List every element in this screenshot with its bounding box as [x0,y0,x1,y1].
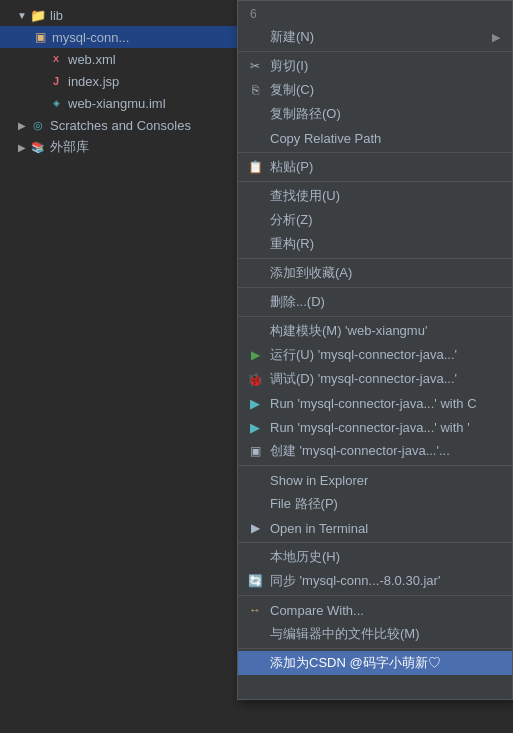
create-icon: ▣ [246,442,264,460]
java-file-icon: ▣ [32,29,48,45]
tree-item-label: mysql-conn... [52,30,129,45]
separator [238,51,512,52]
menu-item-copy-relative[interactable]: Copy Relative Path [238,126,512,150]
tree-item-label: 外部库 [50,138,89,156]
run-icon: ▶ [246,346,264,364]
menu-item-local-history[interactable]: 本地历史(H) [238,545,512,569]
separator [238,465,512,466]
menu-item-compare-editor[interactable]: 与编辑器中的文件比较(M) [238,622,512,646]
separator [238,316,512,317]
menu-item-debug[interactable]: 🐞 调试(D) 'mysql-connector-java...' [238,367,512,391]
menu-item-cut-label: 剪切(I) [270,57,500,75]
jsp-file-icon: J [48,73,64,89]
separator [238,258,512,259]
menu-item-run-coverage[interactable]: ▶ Run 'mysql-connector-java...' with C [238,391,512,415]
delete-icon [246,293,264,311]
menu-item-csdn[interactable]: 添加为CSDN @码字小萌新♡ [238,651,512,675]
iml-file-icon: ◈ [48,95,64,111]
menu-item-compare[interactable]: ↔ Compare With... [238,598,512,622]
xml-file-icon: X [48,51,64,67]
menu-item-find-usage[interactable]: 查找使用(U) [238,184,512,208]
separator [238,648,512,649]
file-path-icon [246,495,264,513]
tree-item-external[interactable]: ▶ 📚 外部库 [0,136,240,158]
copy-icon: ⎘ [246,81,264,99]
separator [238,542,512,543]
tree-item-webxml[interactable]: X web.xml [0,48,240,70]
paste-icon: 📋 [246,158,264,176]
run-with-icon: ▶ [246,418,264,436]
menu-item-new[interactable]: 新建(N) ▶ [238,25,512,49]
folder-icon: 📁 [30,7,46,23]
menu-item-analyze[interactable]: 分析(Z) [238,208,512,232]
menu-item-delete[interactable]: 删除...(D) [238,290,512,314]
compare-editor-icon [246,625,264,643]
separator [238,152,512,153]
submenu-arrow: ▶ [492,31,500,44]
menu-item-paste-label: 粘贴(P) [270,158,500,176]
tree-item-scratches[interactable]: ▶ ◎ Scratches and Consoles [0,114,240,136]
context-menu: 6 新建(N) ▶ ✂ 剪切(I) ⎘ 复制(C) 复制路径(O) Copy R… [237,0,513,700]
menu-item-run-label: 运行(U) 'mysql-connector-java...' [270,346,500,364]
menu-item-run-with-label: Run 'mysql-connector-java...' with ' [270,420,500,435]
menu-item-file-path[interactable]: File 路径(P) [238,492,512,516]
tree-item-mysql-conn[interactable]: ▣ mysql-conn... [0,26,240,48]
menu-item-bookmark-label: 添加到收藏(A) [270,264,500,282]
bookmark-icon [246,264,264,282]
menu-item-show-explorer[interactable]: Show in Explorer [238,468,512,492]
menu-item-sync[interactable]: 🔄 同步 'mysql-conn...-8.0.30.jar' [238,569,512,593]
tree-item-label: web-xiangmu.iml [68,96,166,111]
menu-item-refactor[interactable]: 重构(R) [238,232,512,256]
sync-icon: 🔄 [246,572,264,590]
menu-item-copy-path[interactable]: 复制路径(O) [238,102,512,126]
file-tree: ▼ 📁 lib ▣ mysql-conn... X web.xml J inde… [0,0,240,733]
menu-item-refactor-label: 重构(R) [270,235,500,253]
menu-item-paste[interactable]: 📋 粘贴(P) [238,155,512,179]
menu-item-copy-label: 复制(C) [270,81,500,99]
menu-item-copy[interactable]: ⎘ 复制(C) [238,78,512,102]
menu-header-number: 6 [250,7,257,21]
tree-item-label: index.jsp [68,74,119,89]
explorer-icon [246,471,264,489]
menu-item-run-coverage-label: Run 'mysql-connector-java...' with C [270,396,500,411]
menu-item-run-with[interactable]: ▶ Run 'mysql-connector-java...' with ' [238,415,512,439]
menu-item-sync-label: 同步 'mysql-conn...-8.0.30.jar' [270,572,500,590]
menu-item-show-explorer-label: Show in Explorer [270,473,500,488]
tree-item-label: lib [50,8,63,23]
local-history-icon [246,548,264,566]
arrow-icon: ▼ [16,9,28,21]
menu-item-new-label: 新建(N) [270,28,492,46]
menu-item-cut[interactable]: ✂ 剪切(I) [238,54,512,78]
separator [238,181,512,182]
tree-item-lib[interactable]: ▼ 📁 lib [0,4,240,26]
menu-item-create[interactable]: ▣ 创建 'mysql-connector-java...'... [238,439,512,463]
menu-item-build-label: 构建模块(M) 'web-xiangmu' [270,322,500,340]
analyze-icon [246,211,264,229]
csdn-icon [246,654,264,672]
scratch-icon: ◎ [30,117,46,133]
menu-item-create-label: 创建 'mysql-connector-java...'... [270,442,500,460]
cut-icon: ✂ [246,57,264,75]
menu-item-build[interactable]: 构建模块(M) 'web-xiangmu' [238,319,512,343]
menu-item-find-usage-label: 查找使用(U) [270,187,500,205]
menu-item-terminal[interactable]: ▶ Open in Terminal [238,516,512,540]
tree-item-indexjsp[interactable]: J index.jsp [0,70,240,92]
menu-item-compare-editor-label: 与编辑器中的文件比较(M) [270,625,500,643]
menu-item-terminal-label: Open in Terminal [270,521,500,536]
menu-item-copy-relative-label: Copy Relative Path [270,131,500,146]
find-usage-icon [246,187,264,205]
tree-item-webiml[interactable]: ◈ web-xiangmu.iml [0,92,240,114]
copy-path-icon [246,105,264,123]
menu-item-bookmark[interactable]: 添加到收藏(A) [238,261,512,285]
new-icon [246,28,264,46]
menu-item-run[interactable]: ▶ 运行(U) 'mysql-connector-java...' [238,343,512,367]
menu-item-delete-label: 删除...(D) [270,293,500,311]
run-coverage-icon: ▶ [246,394,264,412]
menu-item-copy-path-label: 复制路径(O) [270,105,500,123]
separator [238,595,512,596]
menu-item-analyze-label: 分析(Z) [270,211,500,229]
menu-item-csdn-label: 添加为CSDN @码字小萌新♡ [270,654,500,672]
terminal-icon: ▶ [246,519,264,537]
build-icon [246,322,264,340]
menu-item-local-history-label: 本地历史(H) [270,548,500,566]
